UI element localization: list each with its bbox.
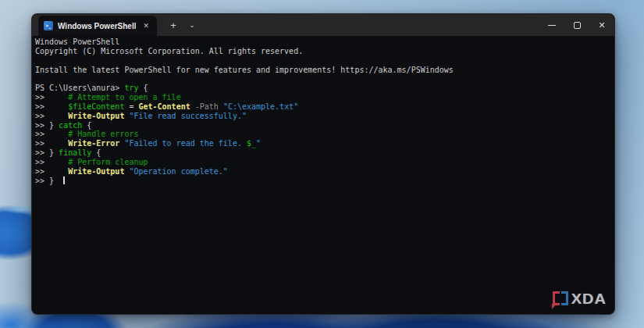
window-titlebar: >_ Windows PowerShell ✕ + ⌄ ✕ bbox=[32, 14, 614, 36]
terminal-line: >> } bbox=[35, 176, 611, 186]
terminal-text-segment: { bbox=[91, 148, 101, 157]
terminal-text-segment: { bbox=[82, 121, 91, 130]
terminal-line: Copyright (C) Microsoft Corporation. All… bbox=[35, 47, 611, 56]
xda-bracket-right-icon bbox=[561, 291, 568, 305]
terminal-line: Install the latest PowerShell for new fe… bbox=[35, 66, 611, 75]
new-tab-button[interactable]: + bbox=[163, 14, 183, 36]
terminal-text-segment: Copyright (C) Microsoft Corporation. All… bbox=[35, 47, 303, 55]
terminal-text-segment: "Operation complete." bbox=[129, 167, 227, 176]
terminal-text-segment: Write-Error bbox=[68, 139, 119, 148]
terminal-text-segment: catch bbox=[59, 121, 82, 130]
terminal-text-segment: >> } bbox=[35, 121, 59, 130]
terminal-text-segment: $fileContent bbox=[68, 102, 124, 111]
maximize-icon bbox=[574, 22, 581, 29]
xda-bracket-left-icon bbox=[553, 291, 560, 305]
terminal-text-segment: $_ bbox=[247, 139, 256, 148]
terminal-line: >> } catch { bbox=[35, 121, 611, 130]
terminal-text-segment: >> bbox=[35, 167, 68, 176]
powershell-window: >_ Windows PowerShell ✕ + ⌄ ✕ Windows Po… bbox=[31, 13, 615, 315]
terminal-text-segment: "File read successfully." bbox=[129, 112, 247, 120]
terminal-line: >> } finally { bbox=[35, 148, 611, 158]
terminal-text-segment: >> bbox=[35, 102, 68, 111]
terminal-line bbox=[35, 74, 611, 84]
terminal-line: >> $fileContent = Get-Content -Path "C:\… bbox=[35, 102, 611, 112]
minimize-button[interactable] bbox=[539, 14, 564, 36]
terminal-text-segment: Install the latest PowerShell for new fe… bbox=[35, 66, 454, 74]
terminal-line: Windows PowerShell bbox=[35, 37, 611, 47]
terminal-cursor bbox=[63, 176, 65, 184]
tab-title: Windows PowerShell bbox=[58, 22, 136, 30]
terminal-text-segment: PS C:\Users\anura> bbox=[35, 84, 124, 92]
terminal-text-segment: { bbox=[138, 84, 148, 92]
xda-logo-text: XDA bbox=[571, 291, 607, 306]
terminal-text-segment: >> bbox=[35, 158, 68, 166]
terminal-text-segment: >> bbox=[35, 112, 68, 120]
tab-close-icon[interactable]: ✕ bbox=[141, 20, 151, 31]
close-icon: ✕ bbox=[598, 21, 605, 30]
terminal-line: PS C:\Users\anura> try { bbox=[35, 84, 611, 93]
terminal-text-segment: try bbox=[124, 84, 138, 92]
terminal-line: >> # Perform cleanup bbox=[35, 158, 611, 167]
terminal-line bbox=[35, 56, 611, 66]
terminal-viewport[interactable]: Windows PowerShellCopyright (C) Microsof… bbox=[32, 36, 614, 314]
terminal-text-segment: # Perform cleanup bbox=[68, 158, 148, 166]
maximize-button[interactable] bbox=[564, 14, 589, 36]
window-controls: ✕ bbox=[539, 14, 614, 36]
terminal-line: >> # Handle errors bbox=[35, 130, 611, 139]
terminal-line: >> # Attempt to open a file bbox=[35, 93, 611, 102]
terminal-line: >> Write-Output "File read successfully.… bbox=[35, 112, 611, 121]
tab-windows-powershell[interactable]: >_ Windows PowerShell ✕ bbox=[38, 16, 157, 36]
terminal-text-segment: Get-Content bbox=[138, 102, 190, 111]
terminal-line: >> Write-Output "Operation complete." bbox=[35, 167, 611, 176]
terminal-text-segment: Write-Output bbox=[68, 112, 124, 120]
terminal-text-segment: = bbox=[124, 102, 138, 111]
xda-watermark: XDA bbox=[553, 291, 607, 306]
close-button[interactable]: ✕ bbox=[589, 14, 614, 36]
tab-dropdown-button[interactable]: ⌄ bbox=[183, 14, 201, 36]
minimize-icon bbox=[548, 25, 556, 26]
terminal-text-segment: >> } bbox=[35, 176, 63, 185]
terminal-line: >> Write-Error "Failed to read the file.… bbox=[35, 139, 611, 148]
terminal-output: Windows PowerShellCopyright (C) Microsof… bbox=[35, 37, 611, 186]
terminal-text-segment: -Path bbox=[195, 102, 219, 111]
terminal-text-segment bbox=[35, 74, 40, 83]
terminal-text-segment: >> bbox=[35, 139, 68, 148]
terminal-text-segment: # Attempt to open a file bbox=[68, 93, 181, 102]
terminal-text-segment: >> bbox=[35, 130, 68, 138]
terminal-text-segment: >> bbox=[35, 93, 68, 102]
terminal-text-segment: Write-Output bbox=[68, 167, 124, 176]
terminal-text-segment: Windows PowerShell bbox=[35, 37, 119, 46]
terminal-text-segment: >> } bbox=[35, 148, 59, 157]
terminal-text-segment: finally bbox=[59, 148, 91, 157]
terminal-text-segment: "C:\example.txt" bbox=[223, 102, 298, 111]
terminal-text-segment: # Handle errors bbox=[68, 130, 138, 138]
terminal-text-segment: " bbox=[256, 139, 261, 148]
powershell-icon: >_ bbox=[44, 21, 53, 30]
terminal-text-segment bbox=[35, 56, 40, 65]
terminal-text-segment: "Failed to read the file. bbox=[124, 139, 247, 148]
